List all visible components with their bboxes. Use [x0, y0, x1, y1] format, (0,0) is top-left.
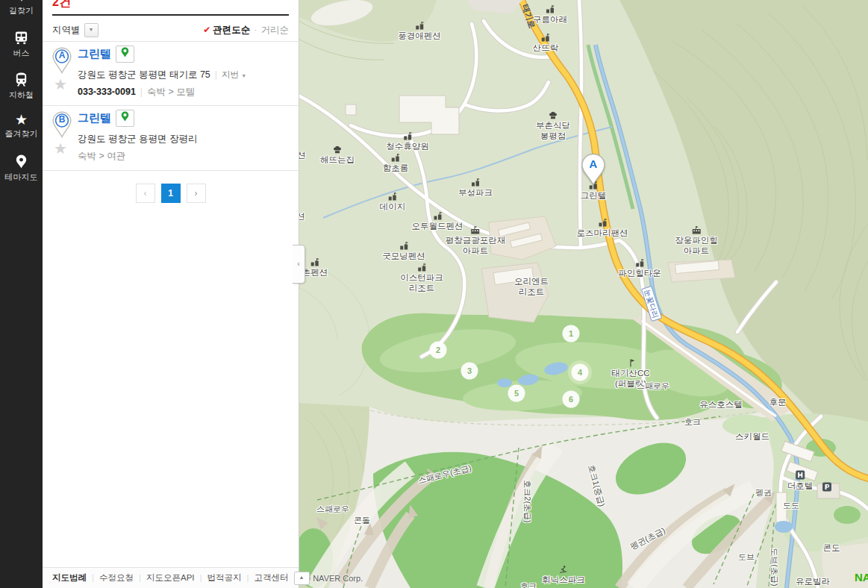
sidebar-item-directions[interactable]: 길찾기	[0, 0, 43, 16]
svg-text:5: 5	[514, 389, 519, 398]
bldg-icon	[310, 257, 319, 266]
result-title[interactable]: 그린텔	[78, 111, 111, 124]
flag-icon	[626, 358, 635, 367]
map-viewport[interactable]: 123456 구름아래풍경애펜션산뜨락부촌식당 봉평점청수휴양원함초롬해뜨는집데…	[299, 0, 868, 588]
map-label: 오리엔트 리조트	[514, 276, 549, 297]
page-next-button[interactable]: ›	[187, 184, 206, 203]
favorite-star-icon[interactable]: ★	[54, 75, 67, 93]
region-dropdown-button[interactable]: ▼	[84, 23, 99, 37]
map-label: 유로빌라	[796, 576, 830, 587]
map-label: 도브	[738, 552, 755, 562]
footer-link-report[interactable]: 수정요청	[99, 573, 134, 582]
show-on-map-button[interactable]	[116, 110, 134, 127]
sidebar-item-label: 길찾기	[9, 6, 34, 15]
svg-text:1: 1	[569, 329, 573, 338]
svg-text:3: 3	[467, 366, 472, 375]
filter-row: 지역별▼ ✔관련도순·거리순	[52, 22, 289, 40]
bldg-map-label: 굿모닝펜션	[382, 241, 425, 261]
bldg-icon	[598, 218, 607, 227]
map-label: 펭귄	[755, 488, 772, 498]
map-marker-letter: A	[581, 157, 606, 170]
sidebar-item-favorites[interactable]: ★ 즐겨찾기	[0, 113, 43, 140]
search-results-panel: 2건 지역별▼ ✔관련도순·거리순 A ★ 그린텔 강원도 평창군 봉평면 태기…	[43, 0, 299, 588]
sidebar-item-bus[interactable]: 버스	[0, 30, 43, 59]
show-on-map-button[interactable]	[116, 46, 134, 63]
jibun-toggle[interactable]: 지번 ▼	[222, 70, 246, 79]
ski-icon	[559, 565, 569, 574]
bldg-icon	[546, 4, 555, 13]
star-icon: ★	[0, 113, 43, 127]
chef-icon	[333, 145, 342, 154]
sidebar-item-label: 지하철	[9, 90, 34, 99]
thememap-icon	[13, 154, 29, 169]
sidebar-item-label: 테마지도	[5, 172, 38, 181]
bldg-map-label: 촌펜션	[302, 257, 328, 278]
bldg-icon	[541, 33, 550, 42]
svg-text:4: 4	[578, 368, 583, 377]
divider	[52, 14, 289, 16]
footer-link-help[interactable]: 고객센터	[255, 573, 289, 582]
sort-relevance[interactable]: 관련도순	[213, 25, 250, 35]
bldg-map-label: 데이지	[380, 192, 406, 212]
map-canvas[interactable]: 123456	[299, 0, 868, 588]
parking-icon	[822, 482, 832, 492]
chef-icon	[549, 110, 558, 119]
bldg-icon	[403, 131, 412, 140]
bldg-icon	[417, 263, 426, 272]
bldg-map-label: 청수휴양원	[386, 131, 429, 151]
svg-text:6: 6	[569, 395, 573, 404]
sidebar-item-subway[interactable]: 지하철	[0, 72, 43, 101]
bldg-map-label: 함초롬	[383, 153, 409, 173]
map-attribution: © NAVER Corp.	[305, 574, 363, 583]
result-address-row: 강원도 평창군 봉평면 태기로 75|지번 ▼	[78, 69, 299, 81]
panel-collapse-button[interactable]: ‹	[293, 245, 305, 284]
sidebar-item-label: 즐겨찾기	[5, 129, 38, 138]
result-meta-row: 숙박 > 여관	[78, 150, 299, 163]
green-pin-icon	[121, 47, 129, 57]
footer-link-legal[interactable]: 법적공지	[207, 573, 242, 582]
check-icon: ✔	[203, 25, 210, 35]
panel-footer: 지도범례|수정요청|지도오픈API|법적공지|고객센터▲	[43, 567, 299, 588]
page-prev-button[interactable]: ‹	[136, 184, 155, 203]
sort-options: ✔관련도순·거리순	[203, 24, 289, 37]
apt-map-label: 장웅파인힐 아파트	[675, 225, 718, 256]
bldg-map-label: 파인힐타운	[618, 258, 661, 278]
map-marker-a[interactable]: A	[581, 153, 606, 186]
route-icon	[15, 0, 28, 3]
bldg-map-label: 풍경애펜션	[398, 21, 441, 41]
apt-icon	[692, 225, 701, 234]
favorite-star-icon[interactable]: ★	[54, 140, 67, 157]
ski-map-label: 휘닉스파크	[542, 565, 585, 585]
bldg-icon	[433, 211, 442, 220]
bldg-map-label: 산뜨락	[533, 33, 559, 53]
bldg-icon	[399, 241, 408, 250]
bldg-map-label: 부성파크	[458, 178, 493, 198]
page-1-button[interactable]: 1	[161, 184, 181, 203]
region-filter-label: 지역별	[52, 25, 81, 35]
result-item-a: A ★ 그린텔 강원도 평창군 봉평면 태기로 75|지번 ▼ 033-333-…	[43, 42, 299, 106]
divider	[43, 170, 299, 171]
footer-link-legend[interactable]: 지도범례	[52, 573, 87, 582]
map-label: 도도	[783, 501, 799, 510]
sidebar-item-thememap[interactable]: 테마지도	[0, 154, 43, 183]
bldg-icon	[471, 178, 480, 187]
result-category: 숙박 > 모텔	[147, 87, 195, 97]
bldg-map-label: 이스턴파크 리조트	[400, 263, 443, 293]
result-address: 강원도 평창군 봉평면 태기로 75	[78, 69, 210, 80]
apt-map-label: 평창금광포란재 아파트	[446, 225, 506, 256]
marker-letter: A	[52, 50, 72, 60]
chef-map-label: 해뜨는집	[320, 145, 355, 165]
bldg-icon	[415, 21, 424, 30]
sort-separator: ·	[254, 25, 257, 35]
bldg-map-label: 로즈마리팬션	[577, 218, 628, 238]
result-title[interactable]: 그린텔	[78, 47, 111, 60]
hotel-map-label: 더호텔	[787, 470, 814, 491]
footer-collapse-button[interactable]: ▲	[294, 572, 310, 585]
map-label: 스패로우	[316, 504, 349, 514]
result-count: 2건	[52, 0, 71, 10]
sort-distance[interactable]: 거리순	[261, 25, 290, 35]
marker-letter: B	[52, 114, 72, 125]
bus-icon	[13, 30, 29, 46]
naver-logo: NAVER	[855, 571, 868, 584]
footer-link-openapi[interactable]: 지도오픈API	[146, 573, 195, 582]
